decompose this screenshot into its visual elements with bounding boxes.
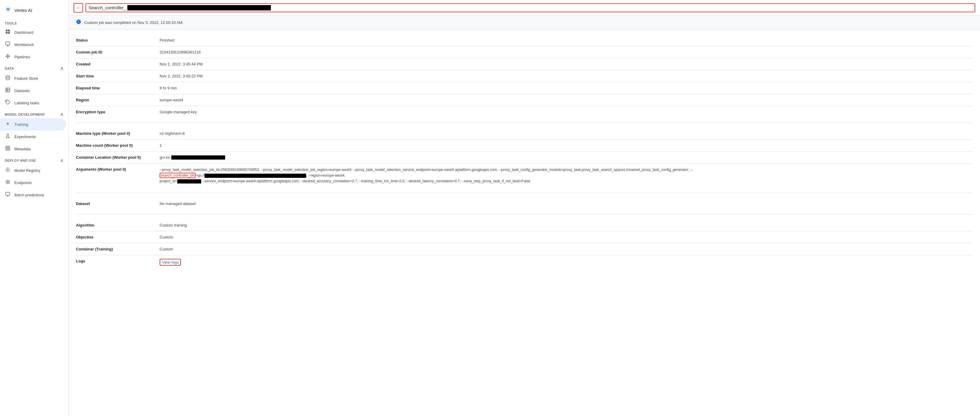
sidebar-item-experiments[interactable]: Experiments: [0, 130, 66, 143]
svg-point-10: [8, 54, 8, 55]
main-content: ← Search_controller_ i Custom job was co…: [69, 0, 980, 416]
sidebar-item-feature-store-label: Feature Store: [14, 76, 38, 81]
args-line-2: search_controller_dir=gs://; --region=eu…: [160, 173, 973, 178]
sidebar-item-model-registry[interactable]: Model Registry: [0, 164, 66, 176]
back-button[interactable]: ←: [73, 3, 83, 13]
created-value: Nov 2, 2022, 3:45:44 PM: [160, 58, 973, 70]
detail-row-created: Created Nov 2, 2022, 3:45:44 PM: [76, 58, 973, 70]
worker-pool-table: Machine type (Worker pool 0) n1-highmem-…: [76, 128, 973, 188]
detail-row-region: Region europe-west4: [76, 94, 973, 106]
sidebar-item-feature-store[interactable]: Feature Store: [0, 72, 66, 84]
detail-row-arguments: Arguments (Worker pool 0) --proxy_task_m…: [76, 164, 973, 188]
deploy-section-chevron: ∧: [60, 157, 64, 163]
dashboard-icon: [5, 29, 11, 36]
detail-row-encryption: Encryption type Google-managed key: [76, 106, 973, 118]
metadata-icon: [5, 146, 11, 152]
sidebar-item-pipelines[interactable]: Pipelines: [0, 51, 66, 63]
experiments-icon: [5, 133, 11, 140]
sidebar-item-labeling-tasks[interactable]: Labeling tasks: [0, 97, 66, 109]
detail-row-status: Status Finished: [76, 34, 973, 46]
container-loc-prefix: gcr.io/: [160, 155, 170, 160]
sidebar-item-experiments-label: Experiments: [14, 135, 36, 139]
detail-row-elapsed-time: Elapsed time 8 hr 9 min: [76, 82, 973, 94]
section-divider-2: [76, 193, 973, 193]
sidebar-item-endpoints[interactable]: Endpoints: [0, 176, 66, 189]
sidebar-item-datasets-label: Datasets: [14, 89, 30, 93]
container-training-value: Custom: [160, 243, 973, 255]
detail-row-machine-type: Machine type (Worker pool 0) n1-highmem-…: [76, 128, 973, 140]
status-value: Finished: [160, 34, 973, 46]
created-label: Created: [76, 58, 160, 70]
objective-value: Custom: [160, 231, 973, 243]
elapsed-time-value: 8 hr 9 min: [160, 82, 973, 94]
args-line-1: --proxy_task_model_selection_job_id=2563…: [160, 167, 973, 173]
svg-rect-31: [6, 192, 10, 195]
sidebar-item-dashboard[interactable]: Dashboard: [0, 26, 66, 38]
main-detail-table: Status Finished Custom job ID 3154159110…: [76, 34, 973, 118]
container-location-redacted: [171, 156, 225, 160]
sidebar-item-batch-predictions-label: Batch predictions: [14, 193, 44, 197]
svg-point-14: [6, 76, 10, 77]
sidebar-item-metadata-label: Metadata: [14, 147, 30, 151]
sidebar-item-dashboard-label: Dashboard: [14, 30, 33, 35]
search-controller-dir-highlight: search_controller_dir: [160, 173, 196, 178]
sidebar-item-metadata[interactable]: Metadata: [0, 143, 66, 155]
svg-rect-4: [8, 30, 10, 32]
feature-store-icon: [5, 75, 11, 82]
detail-row-machine-count: Machine count (Worker pool 0) 1: [76, 140, 973, 151]
detail-row-container-training: Container (Training) Custom: [76, 243, 973, 255]
svg-point-2: [7, 8, 9, 10]
dataset-table: Dataset No managed dataset: [76, 198, 973, 210]
container-training-label: Container (Training): [76, 243, 160, 255]
content-area: i Custom job was completed on Nov 3, 202…: [69, 16, 980, 416]
algorithm-label: Algorithm: [76, 219, 160, 231]
sidebar-item-batch-predictions[interactable]: Batch predictions: [0, 189, 66, 201]
dataset-label: Dataset: [76, 198, 160, 210]
tools-section-label: TOOLS: [0, 19, 68, 26]
model-registry-icon: [5, 167, 11, 174]
svg-rect-3: [6, 30, 8, 32]
data-section-label: DATA: [5, 67, 14, 70]
svg-point-19: [6, 101, 7, 101]
algorithm-value: Custom training: [160, 219, 973, 231]
sidebar-item-training-label: Training: [14, 122, 28, 127]
model-dev-section-header: MODEL DEVELOPMENT ∧: [0, 109, 68, 118]
sidebar-item-training[interactable]: Training: [0, 118, 66, 130]
svg-point-11: [8, 57, 8, 58]
svg-point-9: [9, 56, 10, 57]
args-redacted-2: [177, 179, 201, 184]
model-dev-section-label: MODEL DEVELOPMENT: [5, 113, 45, 116]
info-banner: i Custom job was completed on Nov 3, 202…: [69, 16, 980, 30]
app-name: Vertex AI: [14, 8, 32, 13]
detail-row-dataset: Dataset No managed dataset: [76, 198, 973, 210]
sidebar-item-datasets[interactable]: Datasets: [0, 84, 66, 97]
sidebar: Vertex AI TOOLS Dashboard Workbench Pipe…: [0, 0, 69, 416]
svg-rect-5: [6, 32, 8, 34]
machine-count-value: 1: [160, 140, 973, 151]
svg-rect-6: [8, 32, 10, 34]
sidebar-item-model-registry-label: Model Registry: [14, 168, 40, 173]
workbench-icon: [5, 41, 11, 48]
machine-count-label: Machine count (Worker pool 0): [76, 140, 160, 151]
elapsed-time-label: Elapsed time: [76, 82, 160, 94]
svg-rect-24: [6, 146, 7, 148]
endpoints-icon: [5, 179, 11, 186]
status-label: Status: [76, 34, 160, 46]
container-location-label: Container Location (Worker pool 0): [76, 151, 160, 164]
app-logo: Vertex AI: [0, 3, 68, 19]
details-section: Status Finished Custom job ID 3154159110…: [69, 34, 980, 269]
sidebar-item-endpoints-label: Endpoints: [14, 181, 32, 185]
page-title-prefix: Search_controller_: [89, 5, 126, 10]
algorithm-table: Algorithm Custom training Objective Cust…: [76, 219, 973, 269]
data-section-chevron: ∧: [60, 65, 64, 71]
view-logs-link[interactable]: View logs: [160, 259, 181, 266]
info-icon: i: [76, 19, 81, 26]
detail-row-algorithm: Algorithm Custom training: [76, 219, 973, 231]
svg-point-30: [7, 181, 9, 183]
container-location-value: gcr.io/: [160, 151, 973, 164]
dataset-value: No managed dataset: [160, 198, 973, 210]
topbar: ← Search_controller_: [69, 0, 980, 16]
page-title-redacted: [127, 5, 271, 11]
sidebar-item-workbench[interactable]: Workbench: [0, 38, 66, 51]
labeling-tasks-icon: [5, 100, 11, 106]
